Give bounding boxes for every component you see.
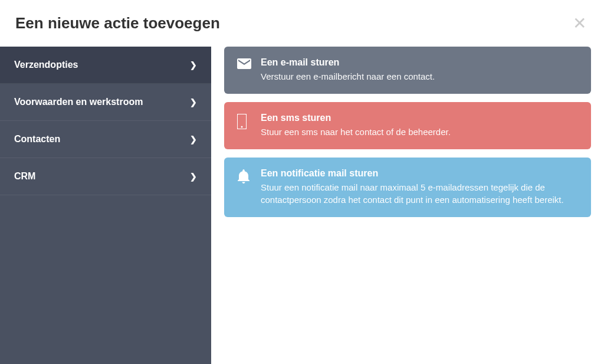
sidebar-item-conditions-workflow[interactable]: Voorwaarden en werkstroom ❯ xyxy=(0,84,211,121)
close-button[interactable]: ✕ xyxy=(573,15,586,32)
close-icon: ✕ xyxy=(573,14,586,32)
action-title: Een e-mail sturen xyxy=(261,57,578,68)
action-send-sms[interactable]: Een sms sturen Stuur een sms naar het co… xyxy=(224,102,591,149)
sidebar-item-contacts[interactable]: Contacten ❯ xyxy=(0,121,211,158)
action-text: Een notificatie mail sturen Stuur een no… xyxy=(261,168,578,207)
email-icon xyxy=(237,58,261,69)
sidebar-item-send-options[interactable]: Verzendopties ❯ xyxy=(0,47,211,84)
action-description: Verstuur een e-mailbericht naar een cont… xyxy=(261,70,578,83)
sidebar-item-label: Verzendopties xyxy=(14,60,78,70)
action-title: Een sms sturen xyxy=(261,113,578,123)
action-text: Een sms sturen Stuur een sms naar het co… xyxy=(261,113,578,139)
action-list: Een e-mail sturen Verstuur een e-mailber… xyxy=(211,47,604,364)
action-send-email[interactable]: Een e-mail sturen Verstuur een e-mailber… xyxy=(224,47,591,94)
modal-body: Verzendopties ❯ Voorwaarden en werkstroo… xyxy=(0,47,604,364)
action-description: Stuur een notificatie mail naar maximaal… xyxy=(261,181,578,207)
modal-title: Een nieuwe actie toevoegen xyxy=(15,14,220,32)
action-send-notification[interactable]: Een notificatie mail sturen Stuur een no… xyxy=(224,158,591,218)
chevron-right-icon: ❯ xyxy=(190,135,197,144)
phone-icon xyxy=(237,114,261,129)
sidebar-item-crm[interactable]: CRM ❯ xyxy=(0,158,211,195)
sidebar-item-label: Voorwaarden en werkstroom xyxy=(14,97,143,107)
sidebar-item-label: CRM xyxy=(14,171,35,182)
chevron-right-icon: ❯ xyxy=(190,97,197,107)
action-text: Een e-mail sturen Verstuur een e-mailber… xyxy=(261,57,578,83)
sidebar: Verzendopties ❯ Voorwaarden en werkstroo… xyxy=(0,47,211,364)
chevron-right-icon: ❯ xyxy=(190,172,197,181)
add-action-modal: Een nieuwe actie toevoegen ✕ Verzendopti… xyxy=(0,0,604,364)
action-title: Een notificatie mail sturen xyxy=(261,168,578,179)
chevron-right-icon: ❯ xyxy=(190,60,197,70)
action-description: Stuur een sms naar het contact of de beh… xyxy=(261,126,578,139)
svg-point-1 xyxy=(241,126,243,127)
modal-header: Een nieuwe actie toevoegen ✕ xyxy=(0,0,604,47)
sidebar-item-label: Contacten xyxy=(14,134,60,145)
bell-icon xyxy=(237,169,261,183)
